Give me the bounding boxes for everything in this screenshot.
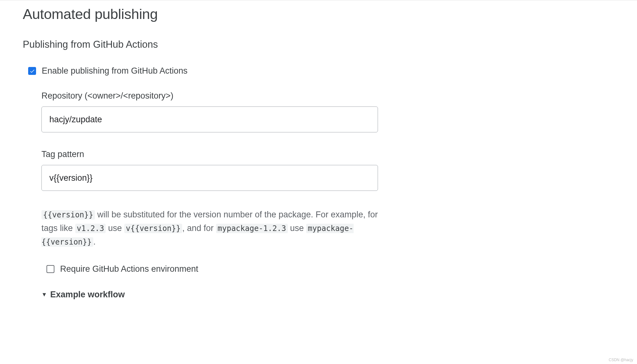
- help-text-segment: .: [93, 237, 96, 246]
- tag-pattern-label: Tag pattern: [41, 149, 443, 159]
- require-env-row[interactable]: Require GitHub Actions environment: [46, 264, 443, 274]
- code-example-3: mypackage-1.2.3: [216, 224, 288, 233]
- watermark: CSDN @hacjy: [609, 358, 633, 362]
- section-title: Publishing from GitHub Actions: [23, 39, 443, 50]
- repository-input[interactable]: [41, 106, 378, 132]
- example-workflow-toggle[interactable]: ▼ Example workflow: [41, 290, 443, 300]
- help-text-segment: , and for: [182, 223, 216, 233]
- check-icon: [29, 68, 35, 74]
- example-workflow-label: Example workflow: [50, 290, 125, 300]
- code-version-token: {{version}}: [41, 210, 95, 220]
- tag-pattern-input[interactable]: [41, 165, 378, 191]
- require-env-label: Require GitHub Actions environment: [60, 264, 198, 274]
- tag-pattern-help: {{version}} will be substituted for the …: [41, 208, 378, 249]
- require-env-checkbox[interactable]: [46, 265, 54, 273]
- code-example-2: v{{version}}: [124, 224, 182, 233]
- code-example-1: v1.2.3: [75, 224, 106, 233]
- enable-publishing-row[interactable]: Enable publishing from GitHub Actions: [28, 66, 443, 76]
- help-text-segment: use: [288, 223, 306, 233]
- enable-publishing-checkbox[interactable]: [28, 67, 36, 75]
- help-text-segment: use: [106, 223, 124, 233]
- enable-publishing-label: Enable publishing from GitHub Actions: [42, 66, 188, 76]
- repository-label: Repository (<owner>/<repository>): [41, 91, 443, 101]
- page-title: Automated publishing: [23, 6, 443, 22]
- triangle-down-icon: ▼: [41, 291, 47, 298]
